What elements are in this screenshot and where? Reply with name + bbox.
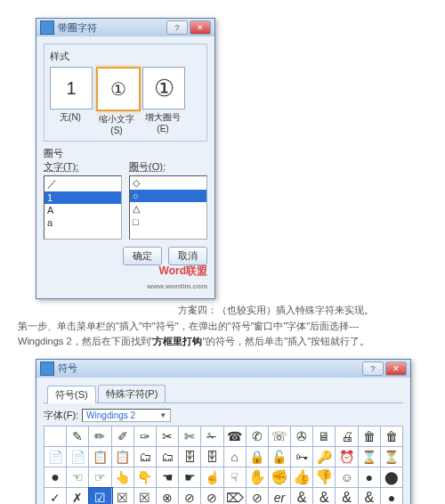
sym-cell[interactable]: 📋 <box>112 447 134 467</box>
sym-cell[interactable]: 📄 <box>67 447 89 467</box>
dialog-title: 符号 <box>58 362 77 375</box>
sym-cell[interactable]: 🖥 <box>313 427 336 447</box>
sym-cell[interactable]: 🗂 <box>157 447 179 467</box>
sym-cell[interactable]: ☏ <box>269 427 291 447</box>
style-enlarge[interactable]: ① 增大圈号(E) <box>142 67 183 135</box>
sym-cell[interactable]: & <box>291 488 313 504</box>
sym-cell[interactable]: ☒ <box>112 488 134 504</box>
symbol-grid[interactable]: ✎ ✏ ✐ ✑ ✂ ✄ ✁ ☎ ✆ ☏ ✇ 🖥 🖨 🗑 🗑 📄 📄 📋 📋 🗂 … <box>44 426 403 504</box>
sym-cell[interactable]: ✊ <box>269 467 291 488</box>
enclosed-char-dialog: 带圈字符 ? ✕ 样式 1 无(N) ① 缩小文字(S) ① 增大圈号(E) <box>36 18 215 299</box>
sym-cell[interactable]: 👍 <box>291 467 313 488</box>
sym-cell[interactable]: ✑ <box>134 427 157 447</box>
sym-cell[interactable]: 🗑 <box>381 427 403 447</box>
sym-cell[interactable]: ⌛ <box>359 447 381 467</box>
sym-cell[interactable]: 🔒 <box>247 447 269 467</box>
app-icon <box>40 362 54 376</box>
sym-cell[interactable]: ⊗ <box>157 488 179 504</box>
sym-cell[interactable]: 🔑 <box>313 447 336 467</box>
list-item[interactable]: ◇ <box>130 176 206 190</box>
titlebar[interactable]: 带圈字符 ? ✕ <box>36 19 214 37</box>
sym-cell[interactable]: ✐ <box>112 427 134 447</box>
sym-cell[interactable]: ☚ <box>157 467 179 488</box>
sym-cell[interactable]: 🗄 <box>201 447 223 467</box>
sym-cell[interactable]: ✇ <box>291 427 313 447</box>
sym-cell[interactable]: ⏰ <box>336 447 358 467</box>
sym-cell[interactable]: ☟ <box>224 467 247 488</box>
chevron-down-icon: ▼ <box>159 411 166 419</box>
text-col-label: 文字(T): <box>44 160 122 174</box>
list-item[interactable]: a <box>44 216 121 229</box>
tab-symbols[interactable]: 符号(S) <box>47 386 96 403</box>
sym-cell[interactable]: ✎ <box>67 427 89 447</box>
sym-cell[interactable]: & <box>359 488 381 504</box>
sym-cell[interactable]: er <box>269 488 291 504</box>
sym-cell[interactable]: ☝ <box>201 467 223 488</box>
sym-cell[interactable]: ☎ <box>224 427 247 447</box>
list-item[interactable]: □ <box>130 215 206 228</box>
tab-bar: 符号(S) 特殊字符(P) <box>44 385 403 403</box>
sym-cell[interactable] <box>44 427 67 447</box>
help-button[interactable]: ? <box>362 362 384 376</box>
sym-cell[interactable]: ● <box>44 467 67 488</box>
sym-cell[interactable]: 📄 <box>44 447 67 467</box>
sym-cell[interactable]: 🔓 <box>269 447 291 467</box>
list-item[interactable]: A <box>44 204 121 216</box>
sym-cell[interactable]: 🗄 <box>179 447 201 467</box>
sym-cell[interactable]: ⊘ <box>179 488 201 504</box>
sym-cell[interactable]: ✓ <box>44 488 67 504</box>
sym-cell[interactable]: ⬤ <box>381 467 403 488</box>
list-item[interactable]: △ <box>130 202 206 215</box>
sym-cell[interactable]: ☺ <box>336 467 358 488</box>
font-dropdown[interactable]: Wingdings 2▼ <box>82 409 171 422</box>
close-button[interactable]: ✕ <box>190 20 211 35</box>
sym-cell[interactable]: ☜ <box>67 467 89 488</box>
sym-cell[interactable]: ● <box>381 488 403 504</box>
sym-cell[interactable]: ☞ <box>89 467 111 488</box>
text-listbox[interactable]: ／ 1 A a <box>44 175 122 240</box>
list-item[interactable]: ／ <box>44 176 121 191</box>
sym-cell[interactable]: ✂ <box>157 427 179 447</box>
tab-special[interactable]: 特殊字符(P) <box>98 385 166 402</box>
sym-cell[interactable]: ☛ <box>179 467 201 488</box>
font-label: 字体(F): <box>44 409 78 422</box>
symbol-dialog: 符号 ? ✕ 符号(S) 特殊字符(P) 字体(F): Wingdings 2▼… <box>36 359 411 504</box>
sym-cell[interactable]: ⊘ <box>247 488 269 504</box>
sym-cell[interactable]: 👇 <box>134 467 157 488</box>
sym-cell[interactable]: ✁ <box>201 427 223 447</box>
help-button[interactable]: ? <box>166 20 188 35</box>
cancel-button[interactable]: 取消 <box>168 247 207 265</box>
titlebar[interactable]: 符号 ? ✕ <box>36 360 410 378</box>
sym-cell[interactable]: 👆 <box>112 467 134 488</box>
sym-cell[interactable]: 👎 <box>313 467 336 488</box>
sym-cell-selected[interactable]: ☑ <box>89 488 111 504</box>
sym-cell[interactable]: 🖨 <box>336 427 358 447</box>
list-item[interactable]: 1 <box>44 191 121 204</box>
sym-cell[interactable]: ⌂ <box>224 447 247 467</box>
sym-cell[interactable]: ✏ <box>89 427 111 447</box>
sym-cell[interactable]: & <box>313 488 336 504</box>
sym-cell[interactable]: ⌦ <box>224 488 247 504</box>
sym-cell[interactable]: & <box>336 488 358 504</box>
sym-cell[interactable]: ☒ <box>134 488 157 504</box>
style-none[interactable]: 1 无(N) <box>50 67 91 135</box>
sym-cell[interactable]: 🗝 <box>291 447 313 467</box>
ring-listbox[interactable]: ◇ ○ △ □ <box>129 175 207 240</box>
sym-cell[interactable]: 📋 <box>89 447 111 467</box>
style-group: 样式 1 无(N) ① 缩小文字(S) ① 增大圈号(E) <box>44 44 207 142</box>
sym-cell[interactable]: ✄ <box>179 427 201 447</box>
sym-cell[interactable]: ● <box>359 467 381 488</box>
sym-cell[interactable]: 🗑 <box>359 427 381 447</box>
paragraph: 方案四：（也较实用）插入特殊字符来实现。 第一步、单击菜单栏的"插入"中"符号"… <box>18 303 427 350</box>
sym-cell[interactable]: ⏳ <box>381 447 403 467</box>
sym-cell[interactable]: ✆ <box>247 427 269 447</box>
sym-cell[interactable]: 🗂 <box>134 447 157 467</box>
ok-button[interactable]: 确定 <box>123 247 162 265</box>
style-label: 样式 <box>50 50 201 63</box>
style-shrink[interactable]: ① 缩小文字(S) <box>96 67 137 135</box>
list-item[interactable]: ○ <box>130 190 206 202</box>
sym-cell[interactable]: ⊘ <box>201 488 223 504</box>
sym-cell[interactable]: ✋ <box>247 467 269 488</box>
close-button[interactable]: ✕ <box>385 362 407 376</box>
sym-cell[interactable]: ✗ <box>67 488 89 504</box>
